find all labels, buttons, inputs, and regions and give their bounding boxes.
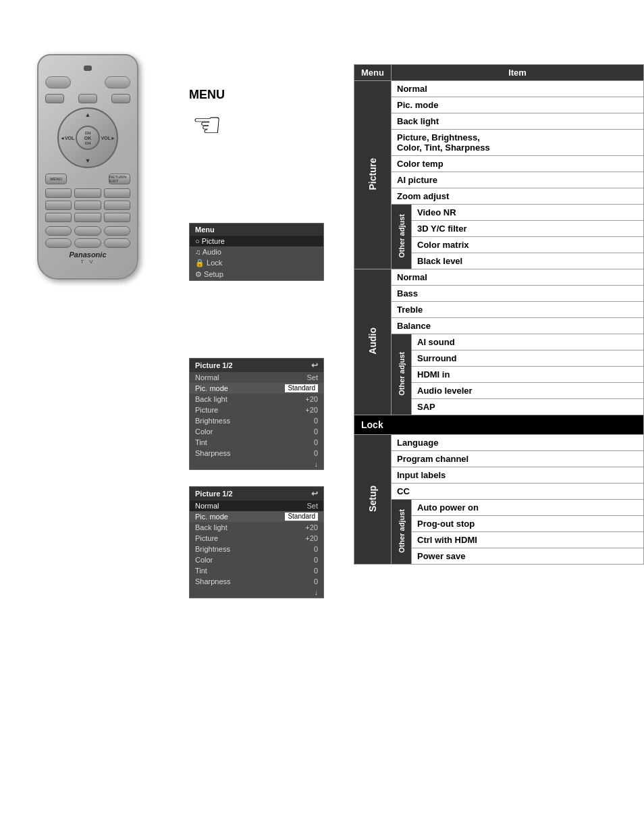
remote-nav-down: ▼ [85, 157, 91, 164]
remote-oval-3[interactable] [104, 226, 130, 236]
item-audio-normal: Normal [392, 269, 644, 286]
picture-vertical-label: Picture [367, 158, 378, 190]
item-power-save: Power save [412, 548, 644, 565]
item-bass: Bass [392, 286, 644, 302]
popup3-normal[interactable]: Normal Set [190, 500, 323, 511]
table-row-input-labels: Input labels [354, 467, 644, 484]
remote-num-5[interactable] [74, 201, 101, 210]
remote-nav-right: VOL► [101, 136, 115, 140]
popup3-pic-mode[interactable]: Pic. mode Standard [190, 511, 323, 522]
remote-control: ▲ ▼ ◄VOL VOL► CH OK CH MENU RETURN EXIT [20, 54, 155, 280]
other-adjust-picture-label: Other adjust [398, 214, 406, 258]
popup3-tint[interactable]: Tint 0 [190, 565, 323, 576]
item-picture-settings: Picture, Brightness,Color, Tint, Sharpne… [392, 130, 644, 156]
popup2-backlight[interactable]: Back light +20 [190, 394, 323, 405]
item-treble: Treble [392, 302, 644, 318]
popup-back-arrow-3: ↩ [311, 489, 318, 498]
remote-oval-1[interactable] [45, 226, 72, 236]
popup2-scroll: ↓ [190, 459, 323, 469]
item-surround: Surround [412, 350, 644, 367]
remote-small-btn-3[interactable] [111, 94, 130, 103]
item-video-nr: Video NR [412, 205, 644, 221]
remote-num-6[interactable] [104, 201, 130, 210]
table-row-cc: CC [354, 484, 644, 500]
remote-body: ▲ ▼ ◄VOL VOL► CH OK CH MENU RETURN EXIT [37, 54, 138, 280]
remote-row-1 [45, 94, 130, 103]
item-sap: SAP [412, 399, 644, 415]
menu-popup-main: Menu ○ Picture ♫ Audio 🔒 Lock ⚙ Setup [189, 223, 324, 281]
table-row-treble: Treble [354, 302, 644, 318]
popup3-color[interactable]: Color 0 [190, 554, 323, 565]
table-row-balance: Balance [354, 318, 644, 334]
popup-item-audio[interactable]: ♫ Audio [190, 246, 323, 257]
popup-item-picture[interactable]: ○ Picture [190, 236, 323, 246]
remote-nav-up: ▲ [85, 111, 91, 118]
item-ai-sound: AI sound [412, 334, 644, 350]
item-color-temp: Color temp [392, 156, 644, 172]
setup-vertical-label: Setup [367, 486, 378, 512]
popup2-normal: Normal Set [190, 372, 323, 383]
remote-tv-label: T V [45, 259, 130, 265]
popup-header-3: Picture 1/2 ↩ [190, 487, 323, 500]
popup-item-lock[interactable]: 🔒 Lock [190, 257, 323, 269]
popup3-sharpness[interactable]: Sharpness 0 [190, 576, 323, 587]
remote-number-grid [45, 188, 130, 222]
table-row-video-nr: Other adjust Video NR [354, 205, 644, 221]
popup-back-arrow-2: ↩ [311, 361, 318, 370]
remote-num-2[interactable] [74, 188, 101, 198]
remote-btn-2[interactable] [105, 76, 130, 88]
remote-small-btn-2[interactable] [78, 94, 97, 103]
item-language: Language [392, 435, 644, 451]
item-ctrl-with-hdmi: Ctrl with HDMI [412, 532, 644, 548]
table-row-bass: Bass [354, 286, 644, 302]
remote-num-3[interactable] [104, 188, 130, 198]
section-label-setup: Setup [354, 435, 392, 565]
popup2-sharpness[interactable]: Sharpness 0 [190, 448, 323, 459]
table-row-ai-sound: Other adjust AI sound [354, 334, 644, 350]
table-row-color-temp: Color temp [354, 156, 644, 172]
remote-menu-btn[interactable]: MENU [45, 174, 67, 184]
menu-reference-table: Menu Item Picture Normal Pic. mode Back … [354, 64, 644, 565]
table-row-language: Setup Language [354, 435, 644, 451]
popup-item-setup[interactable]: ⚙ Setup [190, 269, 323, 280]
remote-oval-6[interactable] [104, 238, 130, 248]
remote-num-1[interactable] [45, 188, 72, 198]
remote-small-btn-1[interactable] [45, 94, 64, 103]
popup3-picture[interactable]: Picture +20 [190, 533, 323, 544]
remote-return-btn[interactable]: RETURN EXIT [109, 174, 130, 184]
remote-oval-2[interactable] [74, 226, 101, 236]
other-adjust-picture: Other adjust [392, 205, 412, 269]
remote-btn-1[interactable] [45, 76, 71, 88]
popup2-picture[interactable]: Picture +20 [190, 405, 323, 415]
popup2-pic-mode[interactable]: Pic. mode Standard [190, 383, 323, 394]
popup3-backlight[interactable]: Back light +20 [190, 522, 323, 533]
remote-num-8[interactable] [74, 213, 101, 222]
menu-popup-picture-2: Picture 1/2 ↩ Normal Set Pic. mode Stand… [189, 486, 324, 598]
popup-item-audio-label: ♫ Audio [195, 248, 221, 256]
remote-num-9[interactable] [104, 213, 130, 222]
remote-oval-5[interactable] [74, 238, 101, 248]
remote-nav-cluster: ▲ ▼ ◄VOL VOL► CH OK CH [57, 107, 118, 168]
item-pic-mode: Pic. mode [392, 97, 644, 113]
remote-oval-4[interactable] [45, 238, 72, 248]
table-row-picture-normal: Picture Normal [354, 81, 644, 97]
section-label-audio: Audio [354, 269, 392, 415]
table-row-program-channel: Program channel [354, 451, 644, 467]
remote-sensor [84, 66, 92, 71]
table-row-back-light: Back light [354, 113, 644, 130]
popup2-brightness[interactable]: Brightness 0 [190, 415, 323, 426]
popup3-brightness[interactable]: Brightness 0 [190, 544, 323, 554]
remote-num-4[interactable] [45, 201, 72, 210]
remote-ok-button[interactable]: CH OK CH [76, 126, 100, 150]
popup2-color[interactable]: Color 0 [190, 426, 323, 437]
audio-vertical-label: Audio [367, 328, 378, 355]
remote-bottom-ovals [45, 226, 130, 248]
popup-title-2: Picture 1/2 [195, 361, 233, 369]
other-adjust-setup-label: Other adjust [398, 509, 406, 553]
table-row-audio-normal: Audio Normal [354, 269, 644, 286]
item-color-matrix: Color matrix [412, 237, 644, 253]
remote-nav-ring[interactable]: ▲ ▼ ◄VOL VOL► CH OK CH [57, 107, 118, 168]
popup2-tint[interactable]: Tint 0 [190, 437, 323, 448]
popup3-scroll: ↓ [190, 587, 323, 598]
remote-num-7[interactable] [45, 213, 72, 222]
